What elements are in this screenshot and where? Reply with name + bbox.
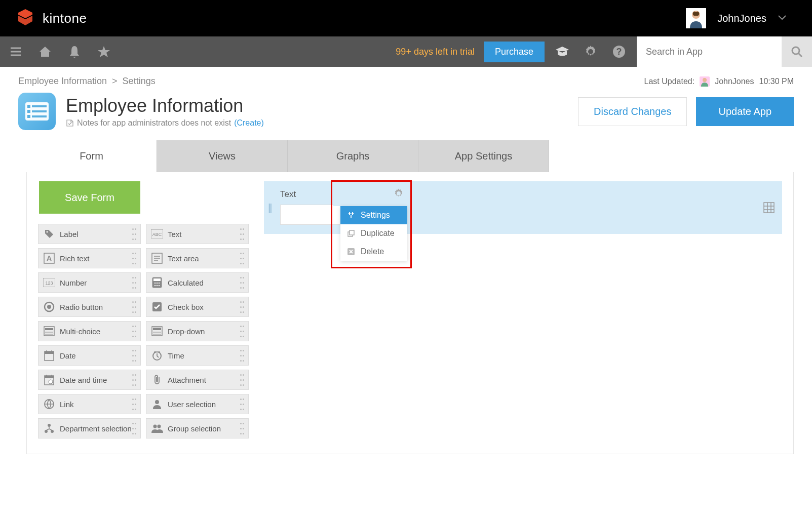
- palette-link[interactable]: Link: [38, 394, 141, 414]
- palette-department-selection[interactable]: Department selection: [38, 418, 141, 438]
- palette-label: Drop-down: [168, 327, 205, 336]
- menu-delete[interactable]: Delete: [340, 243, 407, 261]
- palette-user-selection[interactable]: User selection: [146, 394, 249, 414]
- app-header: Employee Information Notes for app admin…: [0, 93, 812, 140]
- palette-attachment[interactable]: Attachment: [146, 370, 249, 390]
- multi-icon: [43, 325, 56, 338]
- svg-point-24: [159, 283, 160, 284]
- palette-multi-choice[interactable]: Multi-choice: [38, 321, 141, 341]
- palette-drop-down[interactable]: Drop-down: [146, 321, 249, 341]
- svg-rect-34: [153, 328, 161, 330]
- field-gear-icon[interactable]: [393, 188, 404, 201]
- drag-dots-icon: [240, 372, 246, 387]
- field-text[interactable]: || Text Set: [264, 181, 782, 234]
- user-menu[interactable]: JohnJones: [686, 8, 797, 28]
- svg-rect-48: [764, 203, 774, 213]
- palette-label[interactable]: Label: [38, 224, 141, 244]
- palette-label: Text: [168, 230, 182, 238]
- 123-icon: 123: [43, 276, 56, 289]
- app-note-text: Notes for app administrators does not ex…: [77, 118, 231, 128]
- drag-dots-icon: [132, 348, 138, 363]
- check-icon: [150, 300, 164, 313]
- palette-check-box[interactable]: Check box: [146, 297, 249, 317]
- lines-icon: [150, 252, 164, 265]
- drag-dots-icon: [132, 372, 138, 387]
- svg-text:A: A: [47, 254, 52, 262]
- palette-label: Check box: [168, 303, 204, 311]
- star-icon[interactable]: [95, 43, 112, 60]
- drag-dots-icon: [132, 251, 138, 266]
- search-button[interactable]: [782, 36, 812, 67]
- palette-group-selection[interactable]: Group selection: [146, 418, 249, 438]
- update-button[interactable]: Update App: [696, 97, 794, 126]
- svg-point-46: [153, 425, 157, 428]
- palette-text-area[interactable]: Text area: [146, 248, 249, 268]
- drag-handle-icon[interactable]: ||: [268, 202, 271, 214]
- note-icon: [66, 119, 74, 127]
- page-title: Employee Information: [66, 95, 264, 116]
- menu-duplicate[interactable]: Duplicate: [340, 224, 407, 243]
- trial-text: 99+ days left in trial: [396, 47, 475, 57]
- builder: Save Form LabelABCTextARich textText are…: [0, 172, 812, 454]
- create-link[interactable]: (Create): [234, 118, 264, 128]
- drag-dots-icon: [240, 226, 246, 242]
- svg-rect-9: [32, 110, 47, 112]
- svg-point-27: [159, 285, 160, 286]
- palette: Save Form LabelABCTextARich textText are…: [38, 181, 249, 438]
- tab-form[interactable]: Form: [26, 140, 157, 172]
- palette-label: Calculated: [168, 278, 204, 287]
- purchase-button[interactable]: Purchase: [484, 42, 545, 62]
- palette-calculated[interactable]: Calculated: [146, 272, 249, 293]
- tab-app-settings[interactable]: App Settings: [418, 140, 549, 172]
- table-icon[interactable]: [763, 202, 775, 216]
- palette-rich-text[interactable]: ARich text: [38, 248, 141, 268]
- field-dropdown: Settings Duplicate Delete: [340, 206, 407, 261]
- home-icon[interactable]: [36, 43, 54, 60]
- svg-point-26: [157, 285, 158, 286]
- app-icon: [18, 93, 56, 130]
- topbar: kintone JohnJones: [0, 0, 812, 36]
- tab-graphs[interactable]: Graphs: [288, 140, 418, 172]
- palette-text[interactable]: ABCText: [146, 224, 249, 244]
- discard-button[interactable]: Discard Changes: [578, 97, 687, 126]
- svg-text:123: 123: [45, 281, 53, 286]
- palette-date-and-time[interactable]: Date and time: [38, 370, 141, 390]
- help-icon[interactable]: ?: [610, 43, 628, 60]
- radio-icon: [43, 300, 56, 313]
- tag-icon: [43, 227, 56, 241]
- menu-delete-label: Delete: [361, 247, 384, 256]
- palette-date[interactable]: Date: [38, 345, 141, 366]
- drag-dots-icon: [132, 396, 138, 412]
- svg-rect-36: [45, 351, 54, 354]
- breadcrumb: Employee Information > Settings: [18, 76, 156, 87]
- menu-icon[interactable]: [7, 43, 24, 60]
- palette-label: Attachment: [168, 376, 206, 384]
- drag-dots-icon: [132, 299, 138, 314]
- svg-point-47: [158, 425, 161, 428]
- logo[interactable]: kintone: [15, 7, 87, 29]
- palette-number[interactable]: 123Number: [38, 272, 141, 293]
- save-form-button[interactable]: Save Form: [39, 181, 140, 214]
- palette-radio-button[interactable]: Radio button: [38, 297, 141, 317]
- svg-rect-8: [27, 110, 30, 113]
- palette-label: Label: [60, 230, 79, 238]
- drop-icon: [150, 325, 164, 338]
- menu-settings[interactable]: Settings: [340, 206, 407, 224]
- palette-label: Multi-choice: [60, 327, 100, 336]
- duplicate-icon: [346, 229, 356, 238]
- search-input[interactable]: [637, 36, 782, 67]
- breadcrumb-app[interactable]: Employee Information: [18, 76, 107, 87]
- bell-icon[interactable]: [66, 43, 83, 60]
- svg-point-43: [48, 424, 51, 427]
- svg-point-3: [792, 47, 799, 54]
- graduation-icon[interactable]: [554, 43, 571, 60]
- canvas: || Text Set: [264, 181, 782, 438]
- tab-views[interactable]: Views: [157, 140, 288, 172]
- palette-time[interactable]: Time: [146, 345, 249, 366]
- gear-icon[interactable]: [582, 43, 599, 60]
- drag-dots-icon: [240, 396, 246, 412]
- palette-label: User selection: [168, 400, 216, 409]
- menu-duplicate-label: Duplicate: [361, 229, 395, 238]
- svg-rect-21: [153, 278, 161, 281]
- datetime-icon: [43, 373, 56, 386]
